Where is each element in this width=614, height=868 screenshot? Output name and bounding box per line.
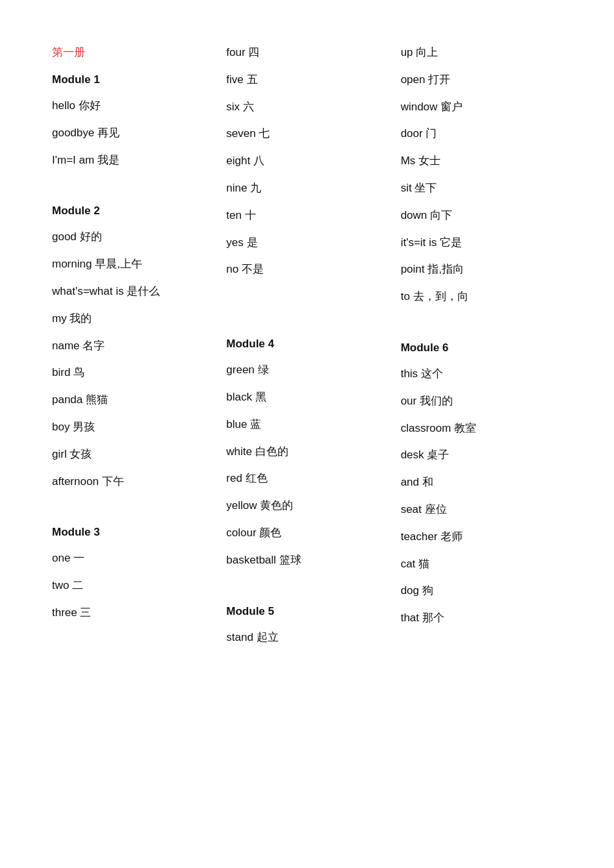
spacer [401, 310, 562, 334]
english-word: desk [401, 449, 424, 461]
spacer [226, 306, 387, 330]
chinese-word: 黄色的 [260, 499, 293, 512]
book-title: 第一册 [52, 39, 213, 66]
vocab-entry: and 和 [401, 469, 562, 496]
english-word: teacher [401, 530, 438, 543]
english-word: and [401, 476, 419, 488]
vocab-entry: morning 早晨,上午 [52, 251, 213, 278]
spacer [226, 283, 387, 306]
chinese-word: 六 [243, 101, 254, 113]
vocab-entry: eight 八 [226, 147, 387, 175]
chinese-word: 向下 [430, 209, 452, 221]
vocab-entry: our 我们的 [401, 388, 562, 415]
chinese-word: 篮球 [279, 554, 301, 566]
english-word: door [401, 127, 423, 140]
spacer [226, 574, 387, 597]
chinese-word: 红色 [246, 472, 268, 484]
vocab-entry: six 六 [226, 93, 387, 121]
vocab-entry: open 打开 [401, 66, 562, 93]
chinese-word: 猫 [418, 558, 429, 570]
chinese-word: 我们的 [420, 395, 453, 407]
chinese-word: 五 [247, 73, 258, 86]
chinese-word: 九 [250, 182, 261, 194]
english-word: hello [52, 99, 75, 112]
english-word: this [401, 367, 418, 380]
vocab-entry: to 去，到，向 [401, 283, 562, 310]
vocab-entry: teacher 老师 [401, 523, 562, 551]
english-word: six [226, 101, 240, 113]
vocab-entry: nine 九 [226, 175, 387, 202]
chinese-word: 蓝 [250, 418, 261, 430]
chinese-word: 是什么 [127, 285, 160, 297]
chinese-word: 早晨,上午 [95, 258, 142, 270]
chinese-word: 窗户 [441, 101, 463, 113]
english-word: no [226, 263, 238, 275]
chinese-word: 再见 [97, 127, 120, 139]
english-word: yes [226, 236, 243, 249]
english-word: that [401, 612, 419, 624]
english-word: my [52, 312, 67, 325]
chinese-word: 向上 [416, 46, 438, 58]
vocab-entry: yellow 黄色的 [226, 492, 387, 519]
vocabulary-grid: 第一册Module 1hello 你好goodbye 再见I'm=I am 我是… [52, 39, 562, 651]
english-word: green [226, 364, 254, 376]
english-word: yellow [226, 499, 257, 512]
chinese-word: 鸟 [73, 366, 84, 378]
english-word: to [401, 290, 410, 303]
vocab-entry: no 不是 [226, 256, 387, 283]
vocab-entry: afternoon 下午 [52, 468, 213, 495]
vocab-entry: seven 七 [226, 120, 387, 147]
chinese-word: 那个 [422, 612, 444, 624]
vocab-entry: white 白色的 [226, 438, 387, 465]
chinese-word: 和 [422, 476, 433, 488]
english-word: colour [226, 527, 256, 539]
vocab-entry: goodbye 再见 [52, 119, 213, 147]
chinese-word: 三 [80, 606, 91, 619]
english-word: seven [226, 127, 255, 140]
vocab-entry: bird 鸟 [52, 359, 213, 386]
vocab-entry: blue 蓝 [226, 411, 387, 438]
chinese-word: 男孩 [73, 421, 95, 433]
vocab-entry: down 向下 [401, 202, 562, 229]
chinese-word: 绿 [258, 364, 269, 376]
chinese-word: 这个 [421, 367, 443, 380]
module-header: Module 6 [401, 334, 562, 360]
english-word: our [401, 395, 417, 407]
column-2: four 四five 五six 六seven 七eight 八nine 九ten… [226, 39, 387, 651]
chinese-word: 黑 [255, 391, 266, 403]
vocab-entry: black 黑 [226, 384, 387, 411]
english-word: white [226, 445, 252, 458]
chinese-word: 白色的 [255, 445, 288, 458]
vocab-entry: hello 你好 [52, 92, 213, 119]
module-header: Module 5 [226, 597, 387, 624]
chinese-word: 下午 [102, 475, 124, 488]
column-3: up 向上open 打开window 窗户door 门Ms 女士sit 坐下do… [401, 39, 562, 651]
english-word: nine [226, 182, 247, 194]
vocab-entry: up 向上 [401, 39, 562, 66]
english-word: down [401, 209, 428, 221]
english-word: three [52, 606, 77, 619]
vocab-entry: basketball 篮球 [226, 547, 387, 574]
english-word: window [401, 101, 438, 113]
english-word: four [226, 46, 245, 58]
english-word: it's=it is [401, 236, 437, 249]
english-word: what's=what is [52, 285, 124, 297]
vocab-entry: yes 是 [226, 229, 387, 256]
chinese-word: 指,指向 [428, 263, 464, 275]
vocab-entry: red 红色 [226, 465, 387, 492]
english-word: panda [52, 393, 83, 406]
english-word: open [401, 73, 426, 86]
english-word: girl [52, 448, 67, 460]
chinese-word: 七 [259, 127, 270, 140]
english-word: blue [226, 418, 247, 430]
chinese-word: 坐下 [415, 182, 437, 194]
vocab-entry: desk 桌子 [401, 441, 562, 469]
english-word: up [401, 46, 413, 58]
english-word: black [226, 391, 252, 403]
chinese-word: 不是 [242, 263, 264, 275]
vocab-entry: this 这个 [401, 360, 562, 388]
chinese-word: 起立 [257, 631, 279, 643]
english-word: seat [401, 503, 422, 515]
vocab-entry: my 我的 [52, 305, 213, 332]
vocab-entry: three 三 [52, 599, 213, 626]
